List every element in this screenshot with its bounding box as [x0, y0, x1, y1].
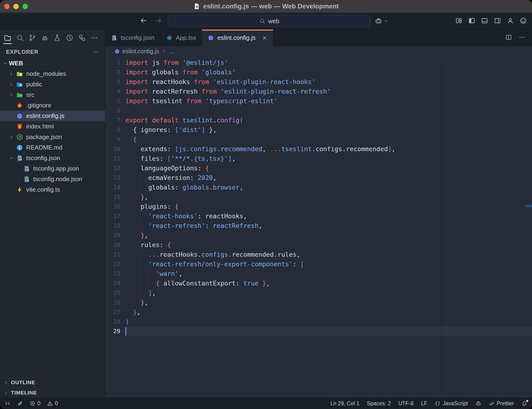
code-line-9[interactable]: 9{: [105, 135, 532, 144]
code-line-4[interactable]: 4import reactRefresh from 'eslint-plugin…: [105, 87, 532, 96]
line-number[interactable]: 4: [105, 87, 125, 96]
code-line-5[interactable]: 5import tseslint from 'typescript-eslint…: [105, 96, 532, 106]
code-line-content[interactable]: 'react-hooks': reactHooks,: [125, 211, 532, 221]
code-line-content[interactable]: ecmaVersion: 2020,: [125, 173, 532, 183]
chevron-right-icon[interactable]: [8, 135, 15, 140]
code-line-content[interactable]: import reactRefresh from 'eslint-plugin-…: [125, 87, 532, 96]
code-line-content[interactable]: },: [125, 298, 532, 307]
code-line-11[interactable]: 11files: ['**/*.{ts,tsx}'],: [105, 154, 532, 163]
go-back-button[interactable]: [140, 17, 147, 25]
code-line-16[interactable]: 16plugins: {: [105, 202, 532, 211]
tab-app-tsx[interactable]: App.tsx: [160, 29, 202, 46]
status-eol[interactable]: LF: [421, 400, 427, 407]
code-line-28[interactable]: 28): [105, 317, 532, 326]
line-number[interactable]: 13: [105, 173, 125, 183]
split-editor-button[interactable]: [505, 34, 512, 42]
code-line-content[interactable]: export default tseslint.config(: [125, 115, 532, 125]
command-center-search[interactable]: web: [168, 15, 371, 27]
line-number[interactable]: 14: [105, 183, 125, 192]
explorer-item-gitignore[interactable]: .gitignore: [0, 100, 105, 111]
toggle-secondary-sidebar-button[interactable]: [494, 17, 501, 25]
close-window-button[interactable]: [4, 4, 9, 9]
line-number[interactable]: 24: [105, 279, 125, 288]
code-line-content[interactable]: ): [125, 317, 532, 326]
more-actions-button[interactable]: [519, 34, 525, 42]
status-remote[interactable]: [5, 400, 10, 406]
line-number[interactable]: 6: [105, 106, 125, 115]
activity-explorer[interactable]: [2, 30, 13, 45]
code-line-12[interactable]: 12languageOptions: {: [105, 163, 532, 173]
code-line-content[interactable]: { ignores: ['dist'] },: [125, 125, 532, 135]
code-line-content[interactable]: },: [125, 231, 532, 240]
tab-tsconfig-json[interactable]: TStsconfig.json: [105, 29, 160, 46]
code-line-17[interactable]: 17'react-hooks': reactHooks,: [105, 211, 532, 221]
code-line-6[interactable]: 6: [105, 106, 532, 115]
explorer-item-vite-config-ts[interactable]: vite.config.ts: [0, 184, 105, 195]
minimize-window-button[interactable]: [13, 4, 19, 9]
status-cursor-position[interactable]: Ln 29, Col 1: [330, 400, 359, 407]
line-number[interactable]: 9: [105, 135, 125, 144]
code-line-1[interactable]: 1import js from '@eslint/js': [105, 58, 532, 67]
line-number[interactable]: 10: [105, 144, 125, 154]
line-number[interactable]: 5: [105, 96, 125, 106]
code-line-25[interactable]: 25],: [105, 288, 532, 298]
status-warnings[interactable]: 0: [47, 400, 58, 407]
code-line-8[interactable]: 8{ ignores: ['dist'] },: [105, 125, 532, 135]
line-number[interactable]: 22: [105, 259, 125, 269]
line-number[interactable]: 17: [105, 211, 125, 221]
more-actions-icon[interactable]: [93, 49, 99, 55]
explorer-item-eslint-config-js[interactable]: eslint.config.js: [0, 111, 105, 121]
line-number[interactable]: 28: [105, 317, 125, 326]
section-timeline[interactable]: TIMELINE: [0, 388, 105, 398]
line-number[interactable]: 27: [105, 307, 125, 317]
code-line-20[interactable]: 20rules: {: [105, 240, 532, 250]
explorer-item-readme-md[interactable]: README.md: [0, 142, 105, 153]
toggle-panel-button[interactable]: [481, 17, 488, 25]
feedback-button[interactable]: [520, 17, 527, 25]
code-line-content[interactable]: ...reactHooks.configs.recommended.rules,: [125, 250, 532, 259]
go-forward-button[interactable]: [154, 17, 162, 25]
code-line-content[interactable]: rules: {: [125, 240, 532, 250]
code-line-content[interactable]: 'react-refresh': reactRefresh,: [125, 221, 532, 231]
line-number[interactable]: 25: [105, 288, 125, 298]
line-number[interactable]: 23: [105, 269, 125, 279]
chevron-right-icon[interactable]: [8, 82, 15, 87]
code-line-22[interactable]: 22'react-refresh/only-export-components'…: [105, 259, 532, 269]
accounts-button[interactable]: [507, 17, 514, 25]
code-line-content[interactable]: files: ['**/*.{ts,tsx}'],: [125, 154, 532, 163]
code-line-2[interactable]: 2import globals from 'globals': [105, 67, 532, 77]
activity-run-and-debug[interactable]: [39, 30, 50, 45]
code-line-content[interactable]: plugins: {: [125, 202, 532, 211]
line-number[interactable]: 11: [105, 154, 125, 163]
status-formatter[interactable]: Prettier: [489, 400, 514, 407]
explorer-item-node-modules[interactable]: node_modules: [0, 69, 105, 79]
activity-testing[interactable]: [52, 30, 62, 45]
code-line-26[interactable]: 26},: [105, 298, 532, 307]
overview-ruler[interactable]: [525, 56, 532, 398]
code-line-content[interactable]: { allowConstantExport: true },: [125, 279, 532, 288]
code-line-content[interactable]: ],: [125, 288, 532, 298]
code-line-content[interactable]: globals: globals.browser,: [125, 183, 532, 192]
code-editor[interactable]: 1import js from '@eslint/js'2import glob…: [105, 56, 532, 398]
line-number[interactable]: 2: [105, 67, 125, 77]
chevron-down-icon[interactable]: [2, 61, 9, 66]
explorer-item-public[interactable]: public: [0, 79, 105, 90]
line-number[interactable]: 16: [105, 202, 125, 211]
explorer-item-src[interactable]: </>src: [0, 90, 105, 100]
chevron-down-icon[interactable]: [8, 156, 15, 161]
line-number[interactable]: 1: [105, 58, 125, 67]
code-line-27[interactable]: 27},: [105, 307, 532, 317]
code-line-29[interactable]: 29: [105, 326, 532, 336]
code-line-19[interactable]: 19},: [105, 231, 532, 240]
explorer-item-index-html[interactable]: 5index.html: [0, 121, 105, 132]
code-line-13[interactable]: 13ecmaVersion: 2020,: [105, 173, 532, 183]
activity-search[interactable]: [15, 30, 25, 45]
code-line-content[interactable]: 'react-refresh/only-export-components': …: [125, 259, 532, 269]
line-number[interactable]: 8: [105, 125, 125, 135]
status-ports[interactable]: [17, 400, 23, 406]
line-number[interactable]: 7: [105, 115, 125, 125]
code-line-content[interactable]: import js from '@eslint/js': [125, 58, 532, 67]
activity-more-views[interactable]: [89, 30, 100, 45]
activity-source-control[interactable]: [27, 30, 37, 45]
copilot-menu[interactable]: [375, 13, 388, 29]
